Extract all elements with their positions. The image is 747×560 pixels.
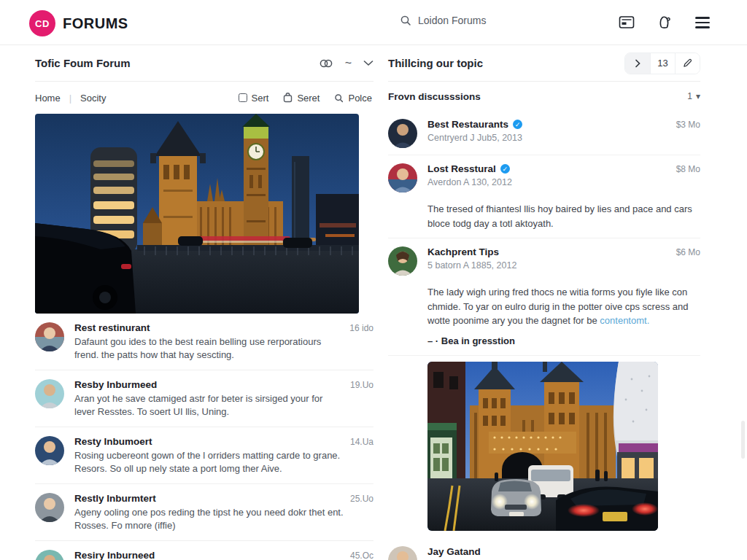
post-row[interactable]: Rest restinurant 16 ido Dafaunt gou ides… [35,314,374,370]
discussion-title: Kachprent Tips [427,246,499,257]
count-button[interactable]: 13 [650,53,675,74]
breadcrumb-separator: | [69,93,71,104]
discussion-title: Best Restaurants [427,119,508,130]
caret-down-icon: ▾ [696,91,700,101]
search-icon [334,93,344,103]
discussion-footnote: – · Bea in gresstion [388,335,700,355]
post-time: 14.Ua [350,437,374,447]
discussion-row[interactable]: Lost Resstural ✓ $8 Mo Averdon A 130, 20… [388,155,700,199]
post-title: Rest restinurant [74,322,150,333]
discussion-row[interactable]: Best Restaurants ✓ $3 Mo Centryerd J Jub… [388,111,700,155]
scrollbar-thumb[interactable] [741,421,745,459]
avatar [388,246,417,276]
post-row[interactable]: Resiry Inburneed 45.Oc Avaty et hereent … [35,540,374,560]
post-list: Rest restinurant 16 ido Dafaunt gou ides… [35,314,374,560]
street-image-london [427,362,658,531]
secondary-filter[interactable]: Seret [283,93,320,104]
discussion-meta: Averdon A 130, 2012 [427,177,700,187]
left-panel-title: Tofic Foum Forum [35,57,131,69]
search-query: Loidon Forums [418,15,486,26]
discussions-count: 1 [687,91,692,101]
wave-icon[interactable]: ~ [345,57,352,70]
author-row[interactable]: Jay Gatand Seutments Jub, 2019 [388,538,700,560]
top-bar: CD FORUMS Loidon Forums [0,0,747,45]
avatar [388,546,417,560]
post-title: Restly Inburmtert [74,493,156,504]
verified-badge-icon: ✓ [500,164,510,174]
post-time: 16 ido [349,323,374,333]
verified-badge-icon: ✓ [513,120,522,129]
discussion-time: $6 Mo [676,247,700,257]
logo-badge: CD [29,10,55,36]
avatar [35,493,64,522]
breadcrumb-section[interactable]: Socity [80,93,106,104]
menu-icon[interactable] [693,13,712,32]
discussion-time: $8 Mo [676,164,700,174]
post-row[interactable]: Resby Inburmeed 19.Uo Aran yot he save c… [35,370,374,427]
mug-icon[interactable] [655,13,674,32]
post-time: 25.Uo [350,494,374,504]
post-title: Resby Inburmeed [74,379,157,390]
avatar [35,436,64,465]
breadcrumb-home[interactable]: Home [35,93,61,104]
avatar [35,550,64,560]
avatar [35,379,64,408]
bag-icon [283,93,293,103]
post-row[interactable]: Resty Inbumoert 14.Ua Rosing ucbereont g… [35,427,374,483]
discussions-section-label: Frovn discusssions [388,91,481,102]
discussion-meta: Centryerd J Jub5, 2013 [427,133,700,143]
search-filter[interactable]: Polce [334,93,372,104]
post-body: Rosing ucbereont gown of the l orriders … [74,449,344,476]
logo[interactable]: CD FORUMS [29,10,128,36]
topic-toolbar: 13 [624,52,700,74]
breadcrumb: Home | Socity [35,93,106,104]
checkbox-icon [239,93,247,102]
discussion-row[interactable]: Kachprent Tips $6 Mo 5 batorn A 1885, 20… [388,238,700,282]
post-title: Resiry Inburneed [74,550,155,560]
search-icon [400,15,411,26]
search-filter-label: Polce [348,93,372,104]
inline-link[interactable]: contentomt. [600,315,649,326]
discussions-sort-dropdown[interactable]: 1 ▾ [687,91,700,101]
post-row[interactable]: Restly Inburmtert 25.Uo Ageny ooling one… [35,483,374,540]
discussion-title: Lost Resstural [427,163,496,174]
left-panel: Tofic Foum Forum ~ Home | Socity [35,45,374,560]
author-name: Jay Gatand [427,546,481,557]
search-input[interactable]: Loidon Forums [400,15,486,26]
avatar [388,119,417,148]
discussion-time: $3 Mo [676,120,700,130]
edit-pencil-icon [683,58,692,68]
back-button[interactable] [625,53,650,74]
discussion-body: The tresed of fhiantesl llis hoy baired … [388,199,700,238]
post-title: Resty Inbumoert [74,436,152,447]
discussion-body: The lady wigh uring fred thocs ne witia … [388,282,700,335]
post-body: Aran yot he save ctamiged astr for beter… [74,392,344,419]
avatar [35,322,64,351]
avatar [388,163,417,192]
secondary-filter-label: Seret [297,93,320,104]
post-body: Dafaunt gou ides to the best reain belli… [74,335,344,362]
post-time: 45.Oc [350,551,374,560]
link-icon[interactable] [319,58,333,69]
hero-image-london [35,114,359,314]
sort-filter-label: Sert [252,93,269,104]
post-time: 19.Uo [350,380,374,390]
discussion-meta: 5 batorn A 1885, 2012 [427,260,700,271]
right-panel: Thillcing our topic 13 Frovn discusssion… [388,45,700,560]
right-panel-title: Thillcing our topic [388,57,483,69]
chevron-right-icon [635,59,640,68]
chevron-down-icon[interactable] [363,60,374,66]
card-icon[interactable] [617,13,636,32]
logo-title: FORUMS [63,15,128,32]
sort-filter[interactable]: Sert [239,93,269,104]
post-body: Ageny ooling one pos reding the tipst he… [74,506,344,533]
edit-button[interactable] [675,53,700,74]
